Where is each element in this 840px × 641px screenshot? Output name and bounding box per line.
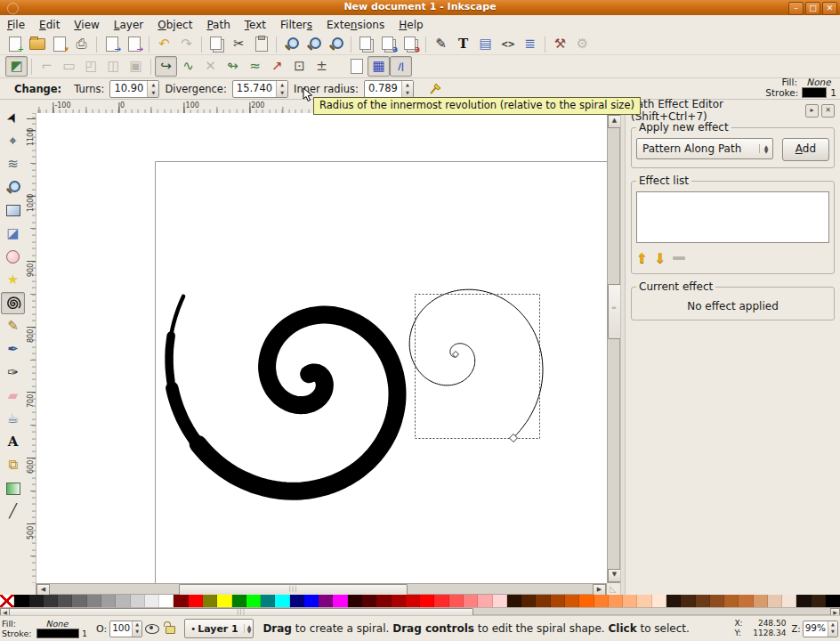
connector-tool[interactable]: ⧉ [1, 454, 25, 476]
palette-swatch[interactable] [724, 595, 739, 607]
grid-toggle-icon[interactable]: ▦ [368, 56, 390, 77]
statusbar-stroke-swatch[interactable] [36, 629, 79, 638]
scroll-up-icon[interactable]: ▲ [608, 115, 621, 128]
page-border-icon[interactable] [345, 56, 368, 77]
palette-swatch[interactable] [681, 595, 695, 607]
palette-swatch[interactable] [275, 595, 289, 607]
palette-swatch[interactable] [782, 595, 796, 607]
palette-swatch[interactable] [174, 595, 188, 607]
save-document-icon[interactable]: ▾ [48, 34, 70, 54]
palette-swatch[interactable] [189, 595, 203, 607]
menu-edit[interactable]: Edit [32, 17, 67, 33]
palette-swatch[interactable] [812, 595, 826, 607]
palette-swatch[interactable] [521, 595, 536, 607]
menu-file[interactable]: File [0, 17, 32, 33]
snap-bbox-edges-icon[interactable]: ▭ [58, 56, 80, 77]
clone-icon[interactable]: a [377, 34, 400, 54]
snap-bbox-corners-icon[interactable]: ◰ [80, 56, 102, 77]
palette-swatch[interactable] [72, 595, 86, 607]
open-document-icon[interactable] [26, 34, 48, 54]
menu-path[interactable]: Path [199, 17, 237, 33]
move-effect-up-icon[interactable]: ⬆ [636, 252, 648, 265]
palette-swatch[interactable] [333, 595, 347, 607]
palette-swatch[interactable] [826, 595, 840, 607]
layer-visibility-icon[interactable] [145, 624, 159, 634]
turns-spinner[interactable]: ▲▼ [147, 81, 158, 97]
palette-swatch[interactable] [609, 595, 623, 607]
remove-effect-icon[interactable] [673, 256, 685, 260]
divergence-input[interactable]: 15.740 ▲▼ [232, 80, 288, 98]
gear-icon[interactable]: ⚙ [571, 34, 594, 54]
rectangle-tool[interactable] [1, 199, 25, 222]
unlink-clone-icon[interactable]: a [400, 34, 422, 54]
palette-swatch[interactable] [536, 595, 550, 607]
palette-swatch[interactable] [579, 595, 594, 607]
palette-swatch[interactable] [159, 595, 174, 607]
zoom-page-icon[interactable] [325, 34, 347, 54]
panel-close-icon[interactable]: ✕ [821, 104, 835, 118]
palette-swatch[interactable] [131, 595, 145, 607]
palette-swatch[interactable] [232, 595, 246, 607]
snap-object-centers-icon[interactable]: ⊡ [288, 56, 311, 77]
snap-path-icon[interactable]: ∿ [177, 56, 199, 77]
vertical-scrollbar[interactable]: ▲ = ▼ [607, 114, 620, 583]
palette-swatch[interactable] [392, 595, 406, 607]
ellipse-tool[interactable] [1, 246, 25, 268]
scroll-down-icon[interactable]: ▼ [608, 569, 621, 582]
opacity-spinner[interactable]: ▲▼ [132, 621, 141, 637]
dropper-tool[interactable]: ╱ [1, 500, 25, 523]
palette-swatch[interactable] [44, 595, 58, 607]
snap-cusp-nodes-icon[interactable]: ↬ [222, 56, 244, 77]
palette-swatch[interactable] [420, 595, 434, 607]
align-dialog-icon[interactable]: ≣ [519, 34, 541, 54]
palette-swatch[interactable] [348, 595, 362, 607]
cut-icon[interactable]: ✂ [228, 34, 250, 54]
paste-icon[interactable] [250, 34, 272, 54]
layer-name[interactable]: Layer 1 [198, 623, 244, 635]
opacity-input[interactable]: 100 ▲▼ [109, 621, 142, 637]
palette-scrollbar[interactable]: ◀ ||| ▶ [0, 607, 840, 615]
minimize-icon[interactable]: – [788, 2, 804, 15]
layer-select[interactable]: • Layer 1 ▲▼ [184, 619, 254, 638]
move-effect-down-icon[interactable]: ⬇ [655, 252, 666, 265]
palette-swatch[interactable] [14, 595, 28, 607]
menu-object[interactable]: Object [150, 17, 199, 33]
zoom-drawing-icon[interactable] [303, 34, 325, 54]
palette-swatch[interactable] [551, 595, 565, 607]
statusbar-fill-value[interactable]: None [36, 619, 77, 629]
palette-swatch[interactable] [623, 595, 637, 607]
pencil-tool[interactable]: ✎ [1, 315, 25, 337]
palette-swatch[interactable] [768, 595, 782, 607]
thick-spiral-object[interactable] [169, 296, 397, 491]
redo-icon[interactable]: ↷ [175, 34, 198, 54]
palette-swatch[interactable] [594, 595, 609, 607]
palette-swatch[interactable] [464, 595, 478, 607]
palette-swatch[interactable] [652, 595, 666, 607]
box3d-tool[interactable]: ◪ [1, 223, 25, 245]
palette-swatch[interactable] [246, 595, 261, 607]
menu-layer[interactable]: Layer [107, 17, 150, 33]
calligraphy-tool[interactable]: ✑ [1, 361, 25, 384]
zoom-input[interactable]: 99% ▲▼ [803, 621, 838, 637]
gradient-tool[interactable] [1, 477, 25, 499]
palette-swatch[interactable] [406, 595, 420, 607]
snap-nodes-icon[interactable]: ↪ [155, 56, 177, 77]
palette-swatch[interactable] [696, 595, 710, 607]
palette-swatch[interactable] [362, 595, 376, 607]
palette-swatch[interactable] [203, 595, 217, 607]
palette-swatch[interactable] [449, 595, 464, 607]
pen-tool[interactable]: ✒ [1, 338, 25, 361]
duplicate-icon[interactable] [355, 34, 377, 54]
palette-swatch[interactable] [739, 595, 753, 607]
preferences-icon[interactable]: ⚒ [549, 34, 571, 54]
add-effect-button[interactable]: Add [782, 138, 829, 161]
palette-swatch[interactable] [217, 595, 231, 607]
menu-text[interactable]: Text [238, 17, 273, 33]
snap-bbox-centers-icon[interactable]: ▣ [125, 56, 147, 77]
tweak-tool[interactable]: ≋ [1, 153, 25, 175]
paint-bucket-tool[interactable]: ☕ [1, 408, 25, 430]
print-icon[interactable]: ⎙ [70, 34, 93, 54]
menu-extensions[interactable]: Extensions [319, 17, 392, 33]
palette-swatch[interactable] [116, 595, 130, 607]
snap-smooth-nodes-icon[interactable]: ≈ [244, 56, 266, 77]
